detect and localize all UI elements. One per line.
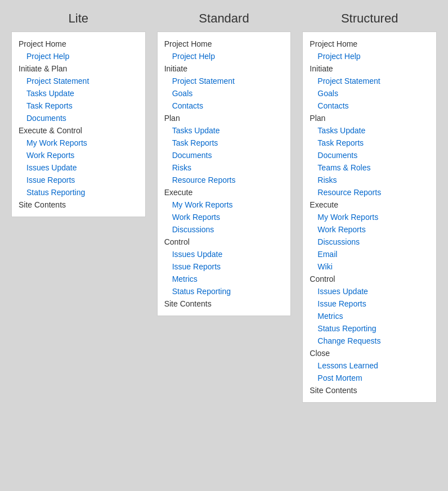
menu-item-2-17[interactable]: Email [303, 248, 436, 260]
menu-item-1-9[interactable]: Documents [158, 149, 291, 161]
column-2: StructuredProject HomeProject HelpInitia… [302, 11, 437, 403]
menu-item-1-19[interactable]: Metrics [158, 273, 291, 285]
column-title-2: Structured [341, 11, 398, 26]
column-0: LiteProject HomeProject HelpInitiate & P… [11, 11, 146, 217]
menu-item-2-2: Initiate [303, 62, 436, 75]
menu-item-0-13: Site Contents [12, 199, 145, 211]
menu-item-0-11[interactable]: Issue Reports [12, 174, 145, 186]
menu-item-2-5[interactable]: Contacts [303, 100, 436, 112]
menu-item-2-25: Close [303, 347, 436, 359]
menu-item-1-1[interactable]: Project Help [158, 50, 291, 62]
menu-item-2-28: Site Contents [303, 384, 436, 397]
menu-item-1-5[interactable]: Contacts [158, 100, 291, 112]
menu-item-2-11[interactable]: Risks [303, 174, 436, 186]
menu-item-2-6: Plan [303, 112, 436, 124]
columns-wrapper: LiteProject HomeProject HelpInitiate & P… [11, 11, 437, 403]
column-title-1: Standard [199, 11, 249, 26]
menu-item-2-24[interactable]: Change Requests [303, 335, 436, 347]
menu-item-2-19: Control [303, 273, 436, 285]
menu-item-0-12[interactable]: Status Reporting [12, 186, 145, 199]
menu-item-1-7[interactable]: Tasks Update [158, 124, 291, 137]
menu-item-0-4[interactable]: Tasks Update [12, 87, 145, 100]
menu-item-2-7[interactable]: Tasks Update [303, 124, 436, 137]
menu-item-2-8[interactable]: Task Reports [303, 137, 436, 149]
menu-item-1-16: Control [158, 236, 291, 248]
menu-item-2-10[interactable]: Teams & Roles [303, 161, 436, 174]
column-1: StandardProject HomeProject HelpInitiate… [157, 11, 292, 316]
menu-item-2-20[interactable]: Issues Update [303, 285, 436, 298]
menu-item-1-12: Execute [158, 186, 291, 199]
menu-item-2-4[interactable]: Goals [303, 87, 436, 100]
menu-item-1-3[interactable]: Project Statement [158, 75, 291, 87]
menu-item-2-21[interactable]: Issue Reports [303, 298, 436, 310]
menu-item-2-26[interactable]: Lessons Learned [303, 359, 436, 372]
menu-item-1-15[interactable]: Discussions [158, 223, 291, 236]
menu-item-0-3[interactable]: Project Statement [12, 75, 145, 87]
menu-item-2-9[interactable]: Documents [303, 149, 436, 161]
menu-item-2-16[interactable]: Discussions [303, 236, 436, 248]
menu-item-0-9[interactable]: Work Reports [12, 149, 145, 161]
menu-box-1: Project HomeProject HelpInitiateProject … [157, 31, 292, 316]
menu-item-1-21: Site Contents [158, 298, 291, 310]
menu-item-0-1[interactable]: Project Help [12, 50, 145, 62]
menu-box-0: Project HomeProject HelpInitiate & PlanP… [11, 31, 146, 217]
menu-item-2-27[interactable]: Post Mortem [303, 372, 436, 384]
menu-item-2-18[interactable]: Wiki [303, 260, 436, 273]
menu-item-2-12[interactable]: Resource Reports [303, 186, 436, 199]
menu-item-0-7: Execute & Control [12, 124, 145, 137]
menu-item-2-0: Project Home [303, 38, 436, 50]
menu-item-1-6: Plan [158, 112, 291, 124]
menu-item-1-2: Initiate [158, 62, 291, 75]
menu-item-0-8[interactable]: My Work Reports [12, 137, 145, 149]
menu-item-2-22[interactable]: Metrics [303, 310, 436, 322]
column-title-0: Lite [69, 11, 88, 26]
menu-item-1-14[interactable]: Work Reports [158, 211, 291, 223]
menu-item-1-10[interactable]: Risks [158, 161, 291, 174]
menu-item-1-8[interactable]: Task Reports [158, 137, 291, 149]
menu-item-0-2: Initiate & Plan [12, 62, 145, 75]
menu-item-2-15[interactable]: Work Reports [303, 223, 436, 236]
menu-item-2-3[interactable]: Project Statement [303, 75, 436, 87]
menu-item-1-18[interactable]: Issue Reports [158, 260, 291, 273]
menu-box-2: Project HomeProject HelpInitiateProject … [302, 31, 437, 403]
menu-item-2-1[interactable]: Project Help [303, 50, 436, 62]
menu-item-0-6[interactable]: Documents [12, 112, 145, 124]
menu-item-1-0: Project Home [158, 38, 291, 50]
menu-item-0-5[interactable]: Task Reports [12, 100, 145, 112]
menu-item-1-20[interactable]: Status Reporting [158, 285, 291, 298]
menu-item-2-14[interactable]: My Work Reports [303, 211, 436, 223]
menu-item-2-13: Execute [303, 199, 436, 211]
menu-item-2-23[interactable]: Status Reporting [303, 322, 436, 335]
menu-item-1-11[interactable]: Resource Reports [158, 174, 291, 186]
menu-item-1-17[interactable]: Issues Update [158, 248, 291, 260]
menu-item-1-4[interactable]: Goals [158, 87, 291, 100]
menu-item-0-0: Project Home [12, 38, 145, 50]
menu-item-1-13[interactable]: My Work Reports [158, 199, 291, 211]
menu-item-0-10[interactable]: Issues Update [12, 161, 145, 174]
